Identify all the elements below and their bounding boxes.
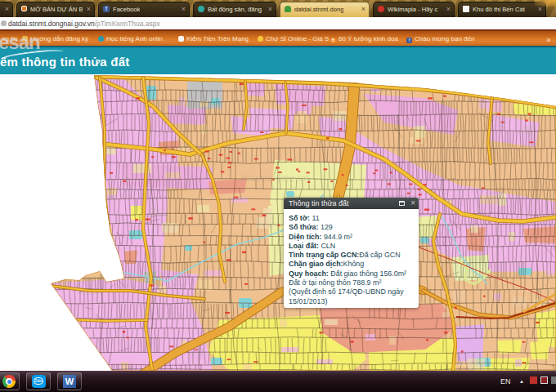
svg-text:diaoconline.vn: diaoconline.vn	[241, 172, 309, 184]
